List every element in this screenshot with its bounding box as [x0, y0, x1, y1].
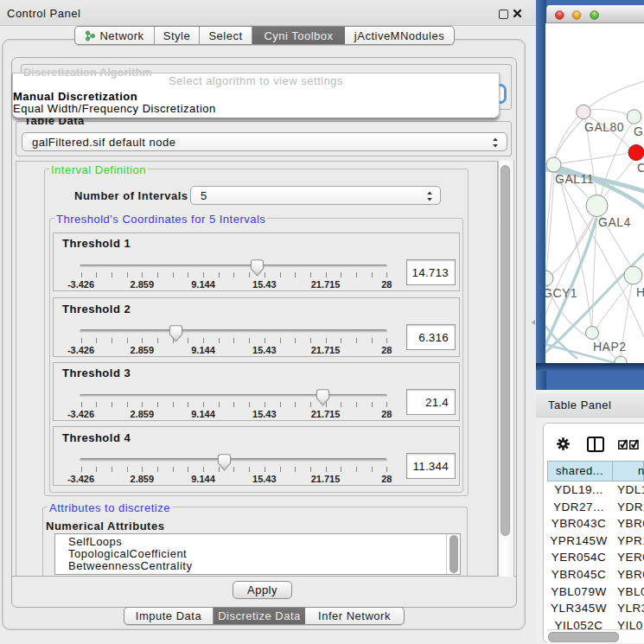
svg-text:GAL11: GAL11	[555, 172, 594, 186]
svg-text:H: H	[636, 285, 644, 299]
svg-text:C: C	[637, 161, 644, 175]
svg-text:GAL80: GAL80	[584, 120, 624, 134]
svg-text:GAL4: GAL4	[598, 215, 631, 229]
svg-text:HAP2: HAP2	[593, 340, 627, 354]
svg-text:GAL: GAL	[634, 124, 644, 138]
svg-text:GCY1: GCY1	[545, 286, 577, 300]
